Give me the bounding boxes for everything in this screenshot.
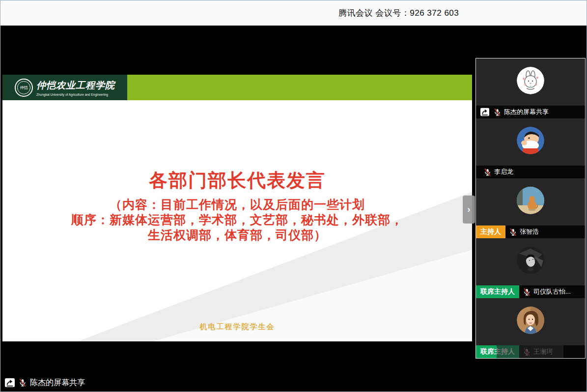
header-green-band xyxy=(127,75,472,100)
avatar-heart-bunny xyxy=(517,67,544,94)
slide-subtitle-line: （内容：目前工作情况，以及后面的一些计划 xyxy=(2,197,472,212)
shared-slide: 仲恺 仲恺农业工程学院 Zhongkai University of Agric… xyxy=(2,75,472,341)
participant-name: 李启龙 xyxy=(494,168,513,176)
participant-namebar: 陈杰的屏幕共享 xyxy=(476,106,585,118)
slide-header: 仲恺 仲恺农业工程学院 Zhongkai University of Agric… xyxy=(2,75,472,100)
avatar-bw-portrait xyxy=(517,247,544,274)
participant-namebar: 李启龙 xyxy=(476,166,585,178)
tencent-meeting-window: 腾讯会议 会议号：926 372 603 仲恺 仲恺农业工程学院 Zhongka… xyxy=(0,0,587,392)
title-bar[interactable]: 腾讯会议 会议号：926 372 603 xyxy=(0,0,587,26)
sharer-label-text: 陈杰的屏幕共享 xyxy=(30,378,85,388)
university-banner: 仲恺 仲恺农业工程学院 Zhongkai University of Agric… xyxy=(2,75,127,100)
sharer-label: 陈杰的屏幕共享 xyxy=(4,376,85,390)
cohost-badge: 联席主持人 xyxy=(476,285,519,298)
participant-namebar: 主持人 张智浩 xyxy=(476,225,585,238)
dim-overlay xyxy=(497,339,563,358)
host-badge: 主持人 xyxy=(476,225,505,238)
university-name-cn: 仲恺农业工程学院 xyxy=(36,79,115,92)
screen-share-icon xyxy=(4,378,15,388)
participant-tile[interactable]: 陈杰的屏幕共享 xyxy=(476,58,585,118)
slide-body: 各部门部长代表发言 （内容：目前工作情况，以及后面的一些计划 顺序：新媒体运营部… xyxy=(2,100,472,341)
participant-namebar: 联席主持人 司仪队古怡... xyxy=(476,285,585,298)
participants-panel: 陈杰的屏幕共享 xyxy=(475,58,586,359)
collapse-sidebar-button[interactable]: › xyxy=(463,196,475,224)
screen-share-stage: 仲恺 仲恺农业工程学院 Zhongkai University of Agric… xyxy=(0,26,587,392)
slide-footer: 机电工程学院学生会 xyxy=(2,322,472,332)
participant-tile[interactable]: 联席主持人 司仪队古怡... xyxy=(476,238,585,298)
university-logo-monogram: 仲恺 xyxy=(17,81,30,94)
participant-tile[interactable]: 联席主持人 王澜珂 xyxy=(476,298,585,358)
slide-subtitle-line: 顺序：新媒体运营部，学术部，文艺部，秘书处，外联部， xyxy=(2,212,472,227)
avatar-belle xyxy=(517,307,544,334)
slide-subtitle-line: 生活权调部，体育部，司仪部） xyxy=(2,227,472,243)
muted-mic-icon xyxy=(523,288,531,296)
participant-name: 司仪队古怡... xyxy=(533,287,571,296)
avatar-shinchan xyxy=(517,127,544,154)
screen-share-icon xyxy=(476,108,490,116)
muted-mic-icon xyxy=(509,228,517,236)
participant-name: 张智浩 xyxy=(520,227,539,236)
meeting-title: 腾讯会议 会议号：926 372 603 xyxy=(338,0,459,26)
slide-title: 各部门部长代表发言 xyxy=(2,168,472,193)
university-name-en: Zhongkai University of Agriculture and E… xyxy=(36,93,115,96)
muted-mic-icon xyxy=(18,378,27,387)
participant-tile[interactable]: 李启龙 xyxy=(476,118,585,178)
university-logo-icon: 仲恺 xyxy=(15,79,33,97)
chevron-right-icon: › xyxy=(467,204,470,215)
muted-mic-icon xyxy=(479,168,492,176)
university-name: 仲恺农业工程学院 Zhongkai University of Agricult… xyxy=(36,79,115,96)
avatar-orange-cat xyxy=(517,187,544,214)
participant-name: 陈杰的屏幕共享 xyxy=(504,108,549,116)
muted-mic-icon xyxy=(493,108,502,116)
participant-tile[interactable]: 主持人 张智浩 xyxy=(476,178,585,238)
